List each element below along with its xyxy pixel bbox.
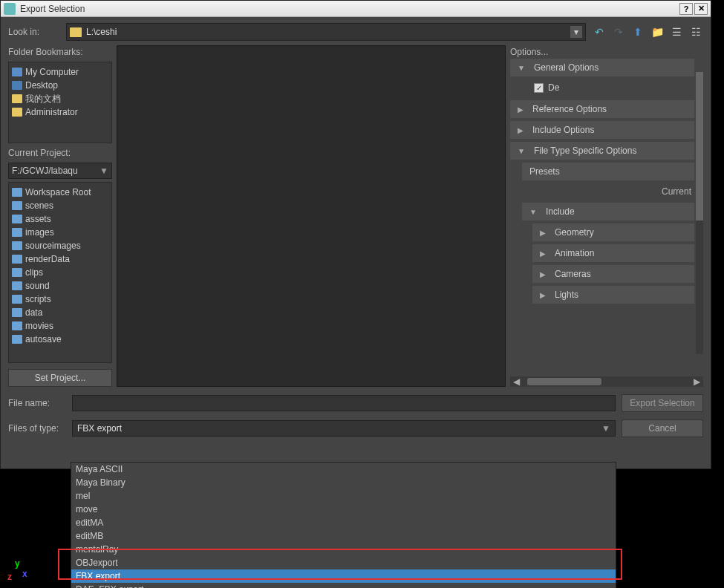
presets-current-label: Current [662,186,691,197]
chevron-down-icon: ▼ [518,64,525,72]
computer-icon [12,68,22,76]
path-combobox[interactable]: L:\ceshi ▾ [66,23,586,41]
section-lights[interactable]: ▶Lights [532,286,694,304]
chevron-right-icon: ▶ [540,270,546,278]
folder-icon [12,241,22,250]
options-label: Options... [510,45,703,59]
section-general-options[interactable]: ▼General Options [510,59,694,76]
path-dropdown-arrow[interactable]: ▾ [570,26,582,38]
file-type-option[interactable]: editMA [71,516,616,529]
file-type-option[interactable]: move [71,503,616,516]
bookmarks-label: Folder Bookmarks: [8,45,112,59]
folder-icon [12,201,22,210]
file-name-input[interactable] [72,395,616,411]
project-folder-item[interactable]: clips [12,266,108,279]
bookmark-desktop[interactable]: Desktop [12,79,108,92]
chevron-right-icon: ▶ [518,126,524,134]
chevron-right-icon: ▶ [540,229,546,237]
folder-icon [12,188,22,197]
section-presets[interactable]: Presets [522,163,694,180]
files-of-type-combobox[interactable]: FBX export ▼ [72,420,616,437]
files-of-type-label: Files of type: [8,423,66,434]
file-type-option[interactable]: OBJexport [71,556,616,569]
folder-icon [70,27,82,37]
section-animation[interactable]: ▶Animation [532,244,694,262]
export-selection-button[interactable]: Export Selection [622,394,703,412]
project-folder-item[interactable]: autosave [12,333,108,346]
project-folder-item[interactable]: data [12,306,108,319]
chevron-right-icon: ▶ [540,249,546,258]
bookmarks-panel: My Computer Desktop 我的文档 Administrator [8,62,112,143]
project-folder-item[interactable]: sourceimages [12,239,108,252]
file-type-option[interactable]: mel [71,489,616,503]
folder-icon [12,228,22,237]
folder-icon [12,255,22,264]
checkbox-icon: ✓ [534,83,544,93]
file-type-option[interactable]: DAE_FBX export [71,583,616,588]
section-geometry[interactable]: ▶Geometry [532,223,694,241]
detail-view-icon[interactable]: ☷ [688,24,703,39]
file-type-option[interactable]: Maya Binary [71,476,616,489]
folder-icon [12,108,22,117]
lookin-label: Look in: [8,27,60,37]
nav-back-icon[interactable]: ↶ [592,24,607,39]
close-button[interactable]: ✕ [694,3,708,15]
project-folder-item[interactable]: scenes [12,199,108,212]
export-selection-dialog: Export Selection ? ✕ Look in: L:\ceshi ▾… [0,0,711,469]
project-folder-item[interactable]: movies [12,319,108,333]
current-project-label: Current Project: [8,146,112,160]
nav-forward-icon[interactable]: ↷ [611,24,626,39]
folder-icon [12,215,22,223]
help-button[interactable]: ? [679,3,693,15]
path-text: L:\ceshi [86,27,117,37]
options-panel: ▼General Options ✓De ▶Reference Options … [510,59,703,376]
bookmark-documents[interactable]: 我的文档 [12,92,108,105]
project-folder-item[interactable]: renderData [12,252,108,266]
chevron-down-icon: ▼ [601,423,610,434]
folder-icon [12,321,22,330]
section-file-type-specific[interactable]: ▼File Type Specific Options [510,142,694,160]
bookmark-my-computer[interactable]: My Computer [12,65,108,79]
options-horizontal-scrollbar[interactable]: ◀▶ [510,376,703,387]
current-project-combobox[interactable]: F:/GCWJ/labaqu ▼ [8,163,112,179]
folder-icon [12,281,22,290]
folder-icon [12,335,22,344]
file-browser-area[interactable] [117,45,506,387]
new-folder-icon[interactable]: 📁 [650,24,665,39]
titlebar: Export Selection ? ✕ [1,1,711,17]
general-checkbox[interactable]: ✓De [534,82,694,93]
options-vertical-scrollbar[interactable] [696,72,703,354]
section-include[interactable]: ▼Include [522,203,694,220]
cancel-button[interactable]: Cancel [622,419,703,437]
project-folder-item[interactable]: Workspace Root [12,186,108,199]
project-folder-item[interactable]: sound [12,279,108,293]
section-cameras[interactable]: ▶Cameras [532,265,694,283]
file-name-label: File name: [8,398,66,408]
project-folder-item[interactable]: images [12,226,108,239]
file-type-option[interactable]: Maya ASCII [71,463,616,476]
chevron-down-icon: ▼ [100,166,108,176]
folder-icon [12,308,22,317]
file-type-option[interactable]: editMB [71,529,616,543]
list-view-icon[interactable]: ☰ [669,24,684,39]
project-folder-item[interactable]: scripts [12,293,108,306]
section-include-options[interactable]: ▶Include Options [510,121,694,139]
files-of-type-dropdown: Maya ASCIIMaya BinarymelmoveeditMAeditMB… [71,462,616,588]
file-type-option[interactable]: mentalRay [71,543,616,556]
chevron-right-icon: ▶ [540,291,546,299]
window-title: Export Selection [20,4,679,14]
set-project-button[interactable]: Set Project... [8,369,112,387]
nav-up-icon[interactable]: ⬆ [630,24,645,39]
folder-icon [12,94,22,103]
file-type-option[interactable]: FBX export [71,569,616,583]
section-reference-options[interactable]: ▶Reference Options [510,100,694,118]
chevron-right-icon: ▶ [518,105,524,114]
viewport-axis-gizmo: yxz [7,558,30,581]
app-icon [4,3,16,15]
folder-icon [12,295,22,304]
chevron-down-icon: ▼ [529,208,537,216]
project-folders-panel: Workspace Rootscenesassetsimagessourceim… [8,182,112,363]
bookmark-administrator[interactable]: Administrator [12,105,108,119]
folder-icon [12,268,22,277]
project-folder-item[interactable]: assets [12,212,108,226]
